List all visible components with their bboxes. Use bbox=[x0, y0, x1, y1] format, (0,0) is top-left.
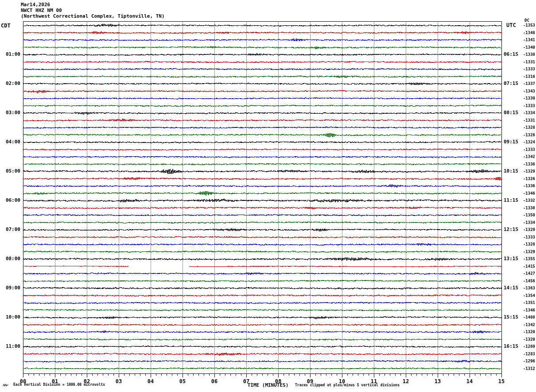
cdt-hour-label: 06:00 bbox=[0, 198, 20, 203]
dc-offset-value: -1333 bbox=[504, 235, 535, 239]
dc-offset-value: -1269 bbox=[504, 344, 535, 349]
dc-offset-value: -1329 bbox=[504, 250, 535, 254]
dc-offset-value: -1350 bbox=[504, 213, 535, 217]
cdt-hour-label: 09:00 bbox=[0, 285, 20, 291]
vertical-scale-note: Each Vertical Division = 1000.00 microvo… bbox=[13, 383, 105, 387]
dc-offset-value: -1328 bbox=[504, 125, 535, 130]
dc-offset-value: -1340 bbox=[504, 45, 535, 50]
cdt-hour-label: 11:00 bbox=[0, 344, 20, 349]
dc-offset-value: -1456 bbox=[504, 279, 535, 283]
clipping-note: Traces clipped at plus/minus 5 vertical … bbox=[295, 383, 400, 387]
dc-offset-value: -1337 bbox=[504, 81, 535, 86]
cdt-hour-label: 07:00 bbox=[0, 227, 20, 232]
dc-offset-value: -1339 bbox=[504, 96, 535, 100]
minute-tick-label: 03 bbox=[116, 378, 122, 384]
dc-offset-header: DC bbox=[524, 18, 529, 23]
seismogram-canvas bbox=[0, 0, 536, 392]
dc-offset-value: -1332 bbox=[504, 198, 535, 203]
minute-tick-label: 14 bbox=[466, 378, 473, 384]
title-date: Mar14,2026 bbox=[21, 2, 165, 8]
dc-offset-value: -1316 bbox=[504, 74, 535, 79]
cdt-hour-label: 10:00 bbox=[0, 315, 20, 320]
dc-offset-value: -1324 bbox=[504, 140, 535, 144]
dc-offset-value: -1320 bbox=[504, 337, 535, 342]
title-station-location: (Northwest Correctional Complex, Tiptonv… bbox=[21, 13, 165, 19]
dc-offset-value: -1346 bbox=[504, 191, 535, 196]
title-block: Mar14,2026 NWCT HHZ NM 00 (Northwest Cor… bbox=[21, 2, 165, 19]
dc-offset-value: -1346 bbox=[504, 308, 535, 312]
cdt-hour-label: 04:00 bbox=[0, 139, 20, 145]
dc-offset-value: -1336 bbox=[504, 184, 535, 188]
dc-offset-value: -1334 bbox=[504, 111, 535, 115]
dc-offset-value: -1283 bbox=[504, 352, 535, 356]
cdt-hour-label: 05:00 bbox=[0, 169, 20, 174]
dc-offset-value: -1333 bbox=[504, 147, 535, 152]
dc-offset-value: -1427 bbox=[504, 271, 535, 276]
dc-offset-value: -1326 bbox=[504, 133, 535, 137]
minute-tick-label: 05 bbox=[179, 378, 186, 384]
dc-offset-value: -1415 bbox=[504, 264, 535, 269]
dc-offset-value: -1329 bbox=[504, 227, 535, 232]
dc-offset-value: -1353 bbox=[504, 23, 535, 27]
left-timezone-label: CDT bbox=[1, 23, 11, 29]
minute-tick-label: 12 bbox=[403, 378, 409, 384]
cdt-hour-label: 03:00 bbox=[0, 110, 20, 115]
dc-offset-value: -1342 bbox=[504, 154, 535, 159]
dc-offset-value: -1408 bbox=[504, 315, 535, 319]
dc-offset-value: -1363 bbox=[504, 286, 535, 290]
dc-offset-value: -1338 bbox=[504, 52, 535, 57]
dc-offset-value: -1334 bbox=[504, 220, 535, 225]
dc-offset-value: -1333 bbox=[504, 104, 535, 108]
dc-offset-value: -1342 bbox=[504, 323, 535, 327]
dc-offset-value: -1336 bbox=[504, 162, 535, 166]
dc-offset-value: -1348 bbox=[504, 31, 535, 35]
dc-offset-value: -1333 bbox=[504, 67, 535, 71]
dc-offset-value: -1320 bbox=[504, 330, 535, 334]
dc-offset-value: -1354 bbox=[504, 293, 535, 298]
title-station-code: NWCT HHZ NM 00 bbox=[21, 8, 165, 13]
cdt-hour-label: 01:00 bbox=[0, 52, 20, 57]
dc-offset-value: -1329 bbox=[504, 169, 535, 173]
x-axis-title: TIME (MINUTES) bbox=[248, 382, 289, 388]
dc-offset-value: -1338 bbox=[504, 206, 535, 210]
scale-marker-icon bbox=[3, 383, 9, 387]
minute-tick-label: 04 bbox=[148, 378, 154, 384]
dc-offset-value: -1343 bbox=[504, 89, 535, 93]
dc-offset-value: -1326 bbox=[504, 177, 535, 181]
dc-offset-value: -1341 bbox=[504, 38, 535, 42]
dc-offset-value: -1331 bbox=[504, 60, 535, 64]
minute-tick-label: 13 bbox=[435, 378, 441, 384]
minute-tick-label: 06 bbox=[211, 378, 218, 384]
cdt-hour-label: 02:00 bbox=[0, 81, 20, 86]
dc-offset-value: -1355 bbox=[504, 257, 535, 261]
dc-offset-value: -1296 bbox=[504, 359, 535, 363]
dc-offset-value: -1312 bbox=[504, 366, 535, 371]
dc-offset-value: -1351 bbox=[504, 300, 535, 305]
minute-tick-label: 15 bbox=[498, 378, 505, 384]
dc-offset-value: -1331 bbox=[504, 118, 535, 123]
dc-offset-value: -1328 bbox=[504, 242, 535, 246]
cdt-hour-label: 08:00 bbox=[0, 256, 20, 261]
